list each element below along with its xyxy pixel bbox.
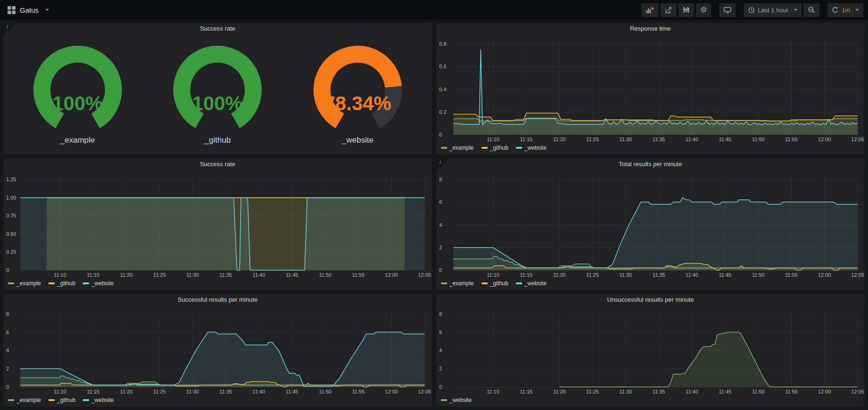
legend-item-_github[interactable]: _github (482, 280, 508, 287)
legend: _website (436, 395, 865, 407)
legend-item-_example[interactable]: _example (441, 145, 474, 151)
y-tick-label: 1.00 (6, 195, 16, 201)
legend-item-_website[interactable]: _website (83, 280, 113, 287)
gauge-label: _example (60, 136, 95, 145)
refresh-icon (832, 7, 839, 14)
x-tick-label: 11:10 (487, 137, 499, 142)
dashboard-picker[interactable]: Gatus (5, 6, 52, 14)
success-rate-chart: 00.250.500.751.001.2511:1011:1511:2011:2… (3, 170, 432, 279)
x-tick-label: 11:10 (54, 389, 66, 394)
y-tick-label: 0 (439, 132, 442, 137)
panel-successful-results: Successful results per minute 0246811:10… (3, 294, 433, 407)
legend: _example_github_website (3, 395, 432, 407)
legend-item-_website[interactable]: _website (83, 397, 113, 403)
gauge-_website: 78.34%_website (292, 44, 424, 145)
legend-item-_example[interactable]: _example (441, 280, 474, 287)
y-tick-label: 4 (6, 347, 9, 353)
legend-label: _example (450, 280, 474, 287)
series-area-_website (559, 332, 858, 387)
toolbar: ⚙ Last 1 hour (642, 3, 863, 17)
settings-button[interactable]: ⚙ (696, 3, 711, 17)
timeseries-plot[interactable]: 00.20.40.60.811:1011:1511:2011:2511:3011… (436, 34, 865, 143)
legend-item-_github[interactable]: _github (482, 145, 508, 151)
timeseries-plot[interactable]: 0246811:1011:1511:2011:2511:3011:3511:40… (3, 305, 432, 395)
y-tick-label: 1.25 (6, 177, 16, 182)
x-tick-label: 11:40 (253, 389, 265, 394)
legend: _example_github_website (436, 143, 865, 154)
y-tick-label: 8 (439, 311, 442, 317)
legend-label: _github (57, 397, 75, 403)
x-tick-label: 11:30 (186, 389, 199, 394)
refresh-picker[interactable]: 1m (828, 3, 863, 17)
x-tick-label: 11:50 (752, 272, 764, 278)
panel-title[interactable]: Unsuccessful results per minute (436, 294, 865, 305)
x-tick-label: 11:45 (719, 137, 731, 142)
legend-item-_example[interactable]: _example (8, 397, 41, 403)
x-tick-label: 11:25 (586, 389, 599, 394)
legend-item-_example[interactable]: _example (8, 280, 41, 287)
legend-label: _github (57, 280, 75, 287)
x-tick-label: 11:50 (319, 389, 331, 394)
legend-item-_website[interactable]: _website (441, 397, 472, 403)
y-tick-label: 2 (439, 366, 442, 371)
legend-item-_website[interactable]: _website (516, 280, 547, 287)
panel-title[interactable]: Total results per minute (436, 159, 865, 170)
panel-response-time: Response time 00.20.40.60.811:1011:1511:… (436, 23, 866, 155)
legend-swatch (48, 399, 55, 401)
zoom-out-button[interactable] (804, 3, 820, 17)
x-tick-label: 11:40 (685, 137, 698, 142)
y-tick-label: 6 (439, 199, 442, 205)
x-tick-label: 11:25 (586, 272, 599, 278)
time-range-picker[interactable]: Last 1 hour (744, 3, 802, 17)
legend-label: _github (490, 280, 508, 287)
x-tick-label: 11:10 (54, 272, 66, 278)
x-tick-label: 11:35 (652, 389, 665, 394)
x-tick-label: 11:45 (286, 389, 298, 394)
x-tick-label: 12:00 (385, 389, 398, 394)
x-tick-label: 11:55 (785, 272, 797, 278)
legend-swatch (516, 147, 522, 149)
panel-title[interactable]: Successful results per minute (3, 294, 432, 305)
legend-item-_github[interactable]: _github (48, 397, 75, 403)
panel-unsuccessful-results: Unsuccessful results per minute 0246811:… (436, 294, 866, 407)
x-tick-label: 11:20 (553, 137, 565, 142)
timeseries-plot[interactable]: 00.250.500.751.001.2511:1011:1511:2011:2… (3, 170, 432, 279)
legend-item-_github[interactable]: _github (48, 280, 75, 287)
legend-label: _website (450, 397, 472, 403)
legend-swatch (441, 282, 447, 284)
share-button[interactable] (660, 3, 676, 17)
y-tick-label: 8 (6, 311, 9, 317)
x-tick-label: 12:00 (818, 389, 831, 394)
panel-title[interactable]: Success rate (3, 23, 432, 34)
x-tick-label: 11:50 (752, 137, 764, 142)
tv-mode-icon (723, 6, 731, 14)
y-tick-label: 8 (439, 177, 442, 182)
legend-label: _website (524, 280, 547, 287)
y-tick-label: 0.2 (439, 109, 446, 115)
timeseries-plot[interactable]: 0246811:1011:1511:2011:2511:3011:3511:40… (436, 305, 865, 395)
y-tick-label: 0.8 (439, 41, 446, 47)
legend-swatch (8, 282, 14, 284)
x-tick-label: 11:15 (520, 272, 532, 278)
panel-total-results: i Total results per minute 0246811:1011:… (436, 158, 866, 290)
gauge-label: _github (204, 136, 231, 145)
gauge-arc: 100% (12, 44, 144, 135)
x-tick-label: 11:20 (553, 272, 565, 278)
panel-title[interactable]: Success rate (3, 159, 432, 170)
settings-gear-icon: ⚙ (700, 6, 707, 14)
y-tick-label: 0 (439, 384, 442, 390)
panel-title[interactable]: Response time (436, 23, 865, 34)
legend: _example_github_website (436, 279, 865, 290)
save-button[interactable] (678, 3, 694, 17)
timeseries-plot[interactable]: 0246811:1011:1511:2011:2511:3011:3511:40… (436, 170, 865, 279)
y-tick-label: 2 (439, 245, 442, 250)
series-line-_website (453, 49, 858, 125)
x-tick-label: 11:55 (785, 389, 797, 394)
x-tick-label: 11:50 (319, 272, 331, 278)
tv-mode-button[interactable] (719, 3, 736, 17)
x-tick-label: 11:15 (87, 272, 100, 278)
time-range-label: Last 1 hour (758, 7, 788, 14)
series-area-_website (20, 198, 425, 270)
add-panel-button[interactable] (642, 3, 659, 17)
legend-item-_website[interactable]: _website (516, 145, 547, 151)
